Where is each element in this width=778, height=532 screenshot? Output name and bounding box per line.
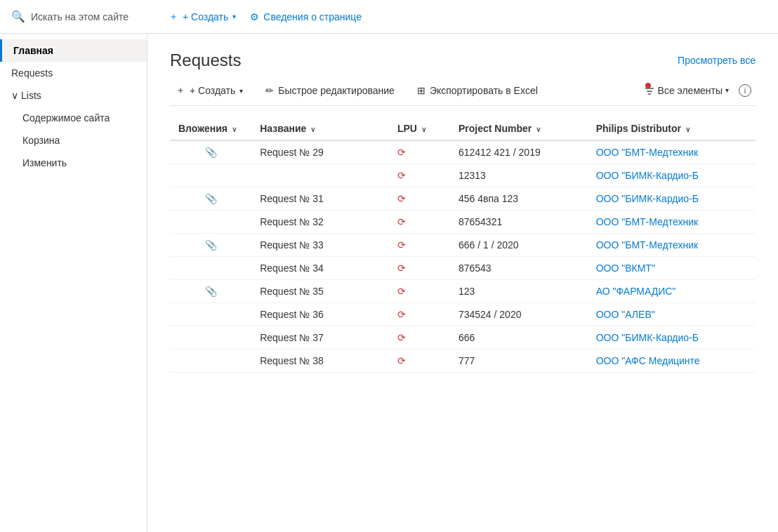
lpu-sync-icon: ⟳ bbox=[397, 216, 406, 227]
cell-name: Request № 29 bbox=[251, 140, 389, 164]
table-row[interactable]: Request № 36⟳734524 / 2020ООО "АЛЕВ" bbox=[170, 303, 756, 326]
cell-attachments: 📎 bbox=[170, 234, 251, 257]
plus-icon: ＋ bbox=[176, 84, 185, 97]
cell-attachments bbox=[170, 211, 251, 234]
toolbar-right: Все элементы ▾ i bbox=[644, 83, 756, 98]
cell-name: Request № 33 bbox=[251, 234, 389, 257]
col-header-attachments[interactable]: Вложения ∨ bbox=[170, 117, 251, 140]
search-area[interactable]: 🔍 Искать на этом сайте bbox=[11, 10, 152, 23]
cell-distributor[interactable]: ООО "АФС Медицинте bbox=[588, 350, 756, 373]
table-row[interactable]: 📎Request № 33⟳666 / 1 / 2020ООО "БМТ-Мед… bbox=[170, 234, 756, 257]
cell-distributor[interactable]: ООО "БИМК-Кардио-Б bbox=[588, 326, 756, 350]
content-area: Requests Просмотреть все ＋ + Создать ▾ ✏… bbox=[147, 34, 778, 532]
sort-icon-project: ∨ bbox=[536, 126, 541, 133]
cell-lpu: ⟳ bbox=[389, 187, 450, 211]
attachment-icon: 📎 bbox=[205, 286, 217, 297]
excel-icon: ⊞ bbox=[417, 85, 426, 96]
cell-attachments: 📎 bbox=[170, 140, 251, 164]
col-header-name[interactable]: Название ∨ bbox=[251, 117, 389, 140]
table-header: Вложения ∨ Название ∨ LPU ∨ Project Numb… bbox=[170, 117, 756, 140]
table-row[interactable]: 📎Request № 29⟳612412 421 / 2019ООО "БМТ-… bbox=[170, 140, 756, 164]
sidebar-item-home[interactable]: Главная bbox=[0, 39, 147, 62]
page-title: Requests bbox=[170, 51, 241, 70]
toolbar-create-button[interactable]: ＋ + Создать ▾ bbox=[170, 81, 249, 100]
cell-project-number: 734524 / 2020 bbox=[450, 303, 588, 326]
table-row[interactable]: 📎Request № 35⟳123АО "ФАРМАДИС" bbox=[170, 280, 756, 303]
search-icon: 🔍 bbox=[11, 10, 25, 23]
lpu-sync-icon: ⟳ bbox=[397, 262, 406, 274]
toolbar: ＋ + Создать ▾ ✏ Быстрое редактирование ⊞… bbox=[170, 81, 756, 106]
view-chevron-icon: ▾ bbox=[725, 86, 729, 94]
create-button[interactable]: ＋ + Создать ▾ bbox=[169, 11, 236, 23]
table-row[interactable]: Request № 32⟳87654321ООО "БМТ-Медтехник bbox=[170, 211, 756, 234]
cell-distributor[interactable]: ООО "БИМК-Кардио-Б bbox=[588, 164, 756, 187]
top-bar: 🔍 Искать на этом сайте ＋ + Создать ▾ ⚙ С… bbox=[0, 0, 778, 34]
table-row[interactable]: Request № 37⟳666ООО "БИМК-Кардио-Б bbox=[170, 326, 756, 350]
cell-lpu: ⟳ bbox=[389, 234, 450, 257]
cell-distributor[interactable]: ООО "БМТ-Медтехник bbox=[588, 211, 756, 234]
cell-distributor[interactable]: ООО "ВКМТ" bbox=[588, 257, 756, 280]
sidebar-item-requests[interactable]: Requests bbox=[0, 62, 147, 84]
cell-project-number: 777 bbox=[450, 350, 588, 373]
create-dropdown-icon: ▾ bbox=[239, 87, 243, 95]
page-info-button[interactable]: ⚙ Сведения о странице bbox=[250, 11, 362, 22]
cell-name: Request № 37 bbox=[251, 326, 389, 350]
search-placeholder[interactable]: Искать на этом сайте bbox=[31, 11, 128, 22]
cell-project-number: 666 / 1 / 2020 bbox=[450, 234, 588, 257]
lpu-sync-icon: ⟳ bbox=[397, 239, 406, 251]
cell-attachments bbox=[170, 303, 251, 326]
lpu-sync-icon: ⟳ bbox=[397, 193, 406, 204]
export-button[interactable]: ⊞ Экспортировать в Excel bbox=[411, 82, 543, 99]
view-all-link[interactable]: Просмотреть все bbox=[678, 55, 756, 66]
cell-attachments: 📎 bbox=[170, 280, 251, 303]
cell-project-number: 612412 421 / 2019 bbox=[450, 140, 588, 164]
table-body: 📎Request № 29⟳612412 421 / 2019ООО "БМТ-… bbox=[170, 140, 756, 373]
cell-distributor[interactable]: ООО "АЛЕВ" bbox=[588, 303, 756, 326]
sidebar-section-lists[interactable]: ∨ Lists bbox=[0, 84, 147, 107]
data-table: Вложения ∨ Название ∨ LPU ∨ Project Numb… bbox=[170, 117, 756, 373]
attachment-icon: 📎 bbox=[205, 193, 217, 204]
cell-attachments: 📎 bbox=[170, 187, 251, 211]
cell-lpu: ⟳ bbox=[389, 280, 450, 303]
main-layout: Главная Requests ∨ Lists Содержимое сайт… bbox=[0, 34, 778, 532]
lpu-sync-icon: ⟳ bbox=[397, 147, 406, 158]
sidebar-item-recycle-bin[interactable]: Корзина bbox=[0, 129, 147, 152]
lpu-sync-icon: ⟳ bbox=[397, 332, 406, 343]
col-header-lpu[interactable]: LPU ∨ bbox=[389, 117, 450, 140]
cell-lpu: ⟳ bbox=[389, 164, 450, 187]
cell-distributor[interactable]: ООО "БИМК-Кардио-Б bbox=[588, 187, 756, 211]
lpu-sync-icon: ⟳ bbox=[397, 309, 406, 320]
cell-distributor[interactable]: ООО "БМТ-Медтехник bbox=[588, 140, 756, 164]
col-header-project[interactable]: Project Number ∨ bbox=[450, 117, 588, 140]
sort-icon-lpu: ∨ bbox=[421, 126, 426, 133]
attachment-icon: 📎 bbox=[205, 239, 217, 251]
attachment-icon: 📎 bbox=[205, 147, 217, 158]
create-icon: ＋ bbox=[169, 11, 178, 23]
cell-project-number: 456 4впа 123 bbox=[450, 187, 588, 211]
cell-distributor[interactable]: АО "ФАРМАДИС" bbox=[588, 280, 756, 303]
table-row[interactable]: ⟳12313ООО "БИМК-Кардио-Б bbox=[170, 164, 756, 187]
col-header-distributor[interactable]: Philips Distributor ∨ bbox=[588, 117, 756, 140]
top-actions: ＋ + Создать ▾ ⚙ Сведения о странице bbox=[169, 11, 362, 23]
sidebar: Главная Requests ∨ Lists Содержимое сайт… bbox=[0, 34, 147, 532]
cell-distributor[interactable]: ООО "БМТ-Медтехник bbox=[588, 234, 756, 257]
notification-dot bbox=[645, 83, 651, 88]
cell-project-number: 123 bbox=[450, 280, 588, 303]
view-selector[interactable]: Все элементы ▾ bbox=[644, 84, 729, 96]
table-row[interactable]: Request № 34⟳876543ООО "ВКМТ" bbox=[170, 257, 756, 280]
cell-attachments bbox=[170, 350, 251, 373]
cell-name: Request № 38 bbox=[251, 350, 389, 373]
cell-name: Request № 35 bbox=[251, 280, 389, 303]
table-row[interactable]: Request № 38⟳777ООО "АФС Медицинте bbox=[170, 350, 756, 373]
cell-lpu: ⟳ bbox=[389, 326, 450, 350]
sidebar-item-edit[interactable]: Изменить bbox=[0, 152, 147, 174]
table-row[interactable]: 📎Request № 31⟳456 4впа 123ООО "БИМК-Кард… bbox=[170, 187, 756, 211]
lpu-sync-icon: ⟳ bbox=[397, 355, 406, 366]
sort-icon-name: ∨ bbox=[310, 126, 315, 133]
quick-edit-button[interactable]: ✏ Быстрое редактирование bbox=[260, 82, 400, 99]
cell-project-number: 666 bbox=[450, 326, 588, 350]
cell-name: Request № 34 bbox=[251, 257, 389, 280]
gear-icon: ⚙ bbox=[250, 11, 259, 22]
sidebar-item-site-content[interactable]: Содержимое сайта bbox=[0, 107, 147, 129]
info-button[interactable]: i bbox=[734, 83, 756, 98]
